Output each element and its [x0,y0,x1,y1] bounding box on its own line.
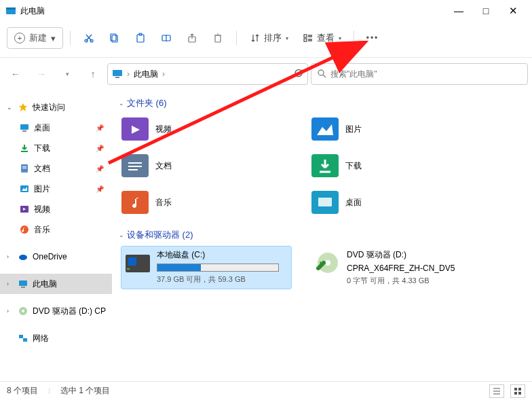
sidebar-item-quick-access[interactable]: ⌄ 快速访问 [0,97,112,117]
sidebar-item-network[interactable]: › 网络 [0,328,112,348]
new-button-label: 新建 [29,32,47,44]
refresh-button[interactable] [294,69,303,80]
dvd-drive-icon [314,249,341,276]
more-button[interactable]: ••• [361,26,384,50]
rename-icon [160,32,172,44]
sidebar-item-downloads[interactable]: 下载 📌 [0,138,112,158]
status-selected: 选中 1 个项目 [60,385,110,397]
maximize-icon: □ [483,5,489,16]
view-button-label: 查看 [317,32,335,44]
svg-marker-16 [19,103,27,111]
pc-icon [112,68,123,81]
copy-button[interactable] [103,26,126,50]
plus-icon: + [14,33,25,43]
star-icon [18,102,28,113]
back-button[interactable]: ← [4,63,27,85]
folder-documents[interactable]: 文档 [121,151,291,180]
folder-label: 文档 [155,160,172,172]
sidebar: ⌄ 快速访问 桌面 📌 下载 📌 文档 📌 图片 📌 视频 [0,86,112,384]
sidebar-item-thispc[interactable]: › 此电脑 [0,274,112,294]
documents-folder-icon [121,154,149,177]
svg-rect-28 [19,280,27,286]
chevron-down-icon: ▾ [286,35,288,41]
section-folders-header[interactable]: ⌄ 文件夹 (6) [119,97,532,109]
drive-name: 本地磁盘 (C:) [157,249,288,261]
new-button[interactable]: + 新建 ▾ [7,27,63,49]
download-icon [19,143,30,153]
drive-c[interactable]: 本地磁盘 (C:) 37.9 GB 可用，共 59.3 GB [121,247,291,289]
svg-rect-6 [137,35,144,42]
sidebar-item-label: DVD 驱动器 (D:) CP [33,306,106,317]
svg-rect-42 [127,268,130,270]
drive-usage-bar [157,263,279,272]
sidebar-item-music[interactable]: 音乐 [0,219,112,240]
address-sep: › [162,69,165,79]
drive-icon [124,249,151,276]
sidebar-item-onedrive[interactable]: › OneDrive [0,247,112,267]
content-area: ⌄ 文件夹 (6) 视频 图片 文档 下载 音乐 [112,86,532,384]
search-box[interactable] [311,63,528,85]
svg-rect-39 [318,198,332,206]
cut-button[interactable] [77,26,100,50]
sidebar-item-dvd[interactable]: › DVD 驱动器 (D:) CP [0,301,112,321]
folder-music[interactable]: 音乐 [121,188,291,217]
paste-button[interactable] [129,26,152,50]
sidebar-item-documents[interactable]: 文档 📌 [0,158,112,179]
svg-rect-21 [22,168,26,168]
toolbar: + 新建 ▾ 排序 ▾ 查看 ▾ ••• [0,22,532,54]
sidebar-item-label: 此电脑 [33,278,57,290]
svg-rect-14 [115,77,119,78]
address-bar[interactable]: › 此电脑 › [107,63,308,85]
svg-rect-46 [514,388,517,390]
section-drives-header[interactable]: ⌄ 设备和驱动器 (2) [119,229,532,241]
minimize-button[interactable]: — [445,1,472,20]
body: ⌄ 快速访问 桌面 📌 下载 📌 文档 📌 图片 📌 视频 [0,86,532,384]
svg-rect-10 [215,35,221,42]
drive-name: DVD 驱动器 (D:) [347,249,478,261]
pin-icon: 📌 [96,145,104,152]
sidebar-item-label: 下载 [34,143,50,154]
search-icon [317,69,326,80]
window-title: 此电脑 [20,5,45,17]
svg-rect-18 [22,130,26,132]
pictures-folder-icon [311,117,339,141]
rename-button[interactable] [155,26,178,50]
nav-row: ← → ▾ ↑ › 此电脑 › [0,58,532,86]
forward-button[interactable]: → [30,63,53,85]
folder-videos[interactable]: 视频 [121,115,291,143]
share-button[interactable] [180,26,204,50]
pc-icon [18,278,28,289]
sort-button[interactable]: 排序 ▾ [244,26,294,50]
delete-button[interactable] [206,26,229,50]
close-button[interactable]: ✕ [499,1,527,20]
music-icon [19,224,30,235]
folder-desktop[interactable]: 桌面 [311,188,481,217]
videos-icon [19,204,30,215]
drive-d[interactable]: DVD 驱动器 (D:) CPRA_X64FRE_ZH-CN_DV5 0 字节 … [311,247,481,289]
svg-marker-34 [132,126,140,134]
svg-rect-33 [23,338,27,342]
maximize-button[interactable]: □ [472,1,499,20]
onedrive-icon [18,251,28,262]
folder-pictures[interactable]: 图片 [311,115,481,143]
svg-rect-49 [518,392,521,395]
recent-button[interactable]: ▾ [56,63,79,85]
icons-view-button[interactable] [510,384,525,398]
search-input[interactable] [330,69,522,79]
sidebar-item-desktop[interactable]: 桌面 📌 [0,117,112,138]
sidebar-item-label: OneDrive [33,252,67,261]
address-root[interactable]: 此电脑 [134,69,158,80]
pin-icon: 📌 [96,185,104,193]
view-button[interactable]: 查看 ▾ [297,26,347,50]
sidebar-item-videos[interactable]: 视频 [0,199,112,219]
sidebar-item-pictures[interactable]: 图片 📌 [0,179,112,199]
up-button[interactable]: ↑ [81,63,104,85]
folder-downloads[interactable]: 下载 [311,151,481,180]
share-icon [186,32,198,44]
svg-rect-1 [6,7,16,10]
svg-rect-20 [22,166,26,167]
app-icon [5,5,16,16]
toolbar-separator [70,31,71,46]
details-view-button[interactable] [489,384,504,398]
svg-rect-48 [514,392,517,395]
